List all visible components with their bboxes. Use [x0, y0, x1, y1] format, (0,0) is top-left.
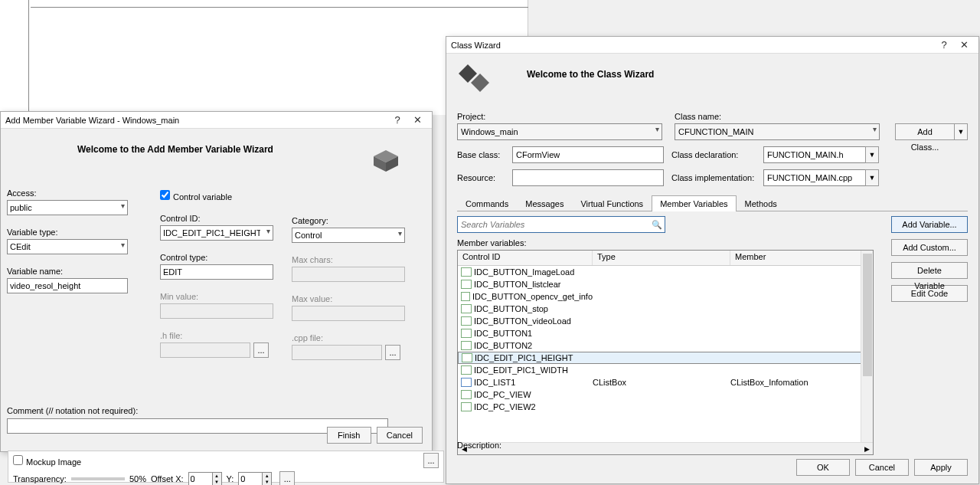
grid-row[interactable]: IDC_PC_VIEW — [458, 388, 873, 401]
mockup-more-button[interactable]: ... — [423, 453, 439, 468]
grid-cell-control-id: IDC_BUTTON_ImageLoad — [474, 267, 574, 277]
base-class-label: Base class: — [457, 150, 505, 159]
grid-row[interactable]: IDC_BUTTON_stop — [458, 303, 873, 315]
max-value-label: Max value: — [292, 294, 405, 303]
control-icon — [461, 267, 472, 277]
close-button[interactable]: ✕ — [954, 39, 974, 51]
help-button[interactable]: ? — [934, 39, 954, 51]
h-file-browse-button: ... — [253, 342, 269, 358]
ok-button[interactable]: OK — [796, 459, 850, 476]
tab-virtual-functions[interactable]: Virtual Functions — [572, 195, 652, 211]
tab-methods[interactable]: Methods — [737, 195, 786, 211]
grid-body: IDC_BUTTON_ImageLoadIDC_BUTTON_listclear… — [458, 266, 873, 427]
control-icon — [461, 292, 470, 301]
cancel-button[interactable]: Cancel — [377, 427, 423, 444]
add-class-dropdown-button[interactable]: ▼ — [954, 123, 968, 140]
access-label: Access: — [7, 188, 128, 198]
add-custom-button[interactable]: Add Custom... — [891, 239, 968, 256]
resource-label: Resource: — [457, 173, 505, 182]
grid-row[interactable]: IDC_BUTTON1 — [458, 327, 873, 339]
max-value-input — [292, 306, 405, 321]
class-declaration-input[interactable] — [763, 146, 866, 163]
transparency-slider[interactable] — [71, 477, 125, 480]
offset-more-button[interactable]: ... — [279, 471, 295, 485]
class-declaration-dropdown[interactable]: ▼ — [865, 146, 879, 163]
grid-cell-control-id: IDC_BUTTON_opencv_get_info — [472, 292, 593, 301]
variable-type-select[interactable]: CEdit — [7, 239, 128, 254]
grid-cell-control-id: IDC_PC_VIEW — [474, 390, 531, 399]
cpp-file-browse-button: ... — [385, 345, 400, 360]
vertical-scrollbar[interactable] — [861, 251, 873, 454]
grid-row[interactable]: IDC_PC_VIEW2 — [458, 401, 873, 413]
search-icon[interactable]: 🔍 — [649, 220, 665, 230]
resource-input[interactable] — [512, 169, 664, 186]
cancel-button[interactable]: Cancel — [855, 459, 909, 476]
member-variables-label: Member variables: — [457, 238, 526, 247]
left-title-bar[interactable]: Add Member Variable Wizard - Windows_mai… — [1, 112, 432, 129]
apply-button[interactable]: Apply — [914, 459, 968, 476]
grid-cell-control-id: IDC_BUTTON1 — [474, 329, 532, 338]
add-variable-button[interactable]: Add Variable... — [891, 216, 968, 233]
mockup-image-checkbox[interactable] — [13, 455, 23, 465]
class-implementation-dropdown[interactable]: ▼ — [865, 169, 879, 186]
control-icon — [461, 341, 472, 350]
mockup-image-checkbox-label[interactable]: Mockup Image — [13, 455, 81, 467]
close-button[interactable]: ✕ — [407, 114, 427, 126]
edit-code-button[interactable]: Edit Code — [891, 285, 968, 302]
grid-header-control-id[interactable]: Control ID — [458, 251, 593, 265]
search-variables-box[interactable]: 🔍 — [457, 216, 665, 233]
control-variable-checkbox-label[interactable]: Control variable — [160, 192, 232, 202]
control-id-select[interactable]: IDC_EDIT_PIC1_HEIGHT — [160, 225, 273, 241]
control-icon — [461, 402, 472, 411]
control-icon — [461, 280, 472, 289]
grid-row[interactable]: IDC_BUTTON_opencv_get_info — [458, 290, 873, 303]
category-select[interactable]: Control — [292, 228, 405, 243]
tab-member-variables[interactable]: Member Variables — [652, 195, 736, 211]
tab-bar: Commands Messages Virtual Functions Memb… — [457, 195, 968, 211]
transparency-label: Transparency: — [13, 474, 67, 483]
grid-row[interactable]: IDC_BUTTON2 — [458, 339, 873, 352]
offset-x-label: Offset X: — [151, 474, 184, 483]
help-button[interactable]: ? — [387, 114, 407, 126]
base-class-input[interactable] — [512, 146, 664, 163]
tab-messages[interactable]: Messages — [517, 195, 572, 211]
horizontal-scrollbar[interactable]: ◀ ▶ — [458, 442, 873, 454]
search-variables-input[interactable] — [458, 220, 649, 229]
right-title-bar[interactable]: Class Wizard ? ✕ — [446, 37, 978, 54]
offset-x-spinner[interactable]: ▲▼ — [188, 472, 222, 485]
grid-header-member[interactable]: Member — [730, 251, 873, 265]
grid-row[interactable]: IDC_EDIT_PIC1_WIDTH — [458, 364, 873, 376]
add-class-button[interactable]: Add Class... — [895, 123, 955, 140]
grid-cell-control-id: IDC_PC_VIEW2 — [474, 402, 536, 411]
grid-row[interactable]: IDC_BUTTON_listclear — [458, 278, 873, 290]
offset-y-spinner[interactable]: ▲▼ — [238, 472, 272, 485]
grid-cell-control-id: IDC_EDIT_PIC1_HEIGHT — [475, 353, 573, 362]
grid-row[interactable]: IDC_BUTTON_videoLoad — [458, 315, 873, 327]
class-name-select[interactable]: CFUNCTION_MAIN — [675, 123, 880, 140]
delete-variable-button[interactable]: Delete Variable — [891, 262, 968, 279]
description-label: Description: — [457, 441, 501, 450]
finish-button[interactable]: Finish — [327, 427, 371, 444]
variable-name-input[interactable] — [7, 278, 128, 293]
h-file-input — [160, 342, 250, 358]
class-implementation-input[interactable] — [763, 169, 866, 186]
project-select[interactable]: Windows_main — [457, 123, 662, 140]
variable-bound-icon — [461, 378, 472, 387]
access-select[interactable]: public — [7, 200, 128, 215]
variable-name-label: Variable name: — [7, 267, 128, 276]
max-chars-input — [292, 267, 405, 282]
control-variable-checkbox[interactable] — [160, 190, 170, 200]
grid-row[interactable]: IDC_EDIT_PIC1_HEIGHT — [458, 352, 873, 364]
class-wizard-dialog: Class Wizard ? ✕ Welcome to the Class Wi… — [446, 36, 979, 484]
tab-commands[interactable]: Commands — [457, 195, 517, 211]
transparency-value: 50% — [129, 474, 146, 483]
scroll-right-icon[interactable]: ▶ — [861, 445, 873, 453]
grid-cell-control-id: IDC_BUTTON_stop — [474, 304, 548, 313]
grid-row[interactable]: IDC_BUTTON_ImageLoad — [458, 266, 873, 278]
grid-row[interactable]: IDC_LIST1CListBoxCListBox_Infomation — [458, 376, 873, 388]
control-id-label: Control ID: — [160, 214, 273, 223]
control-type-input[interactable] — [160, 264, 273, 280]
min-value-label: Min value: — [160, 292, 273, 301]
cpp-file-input — [292, 345, 382, 360]
grid-header-type[interactable]: Type — [593, 251, 730, 265]
